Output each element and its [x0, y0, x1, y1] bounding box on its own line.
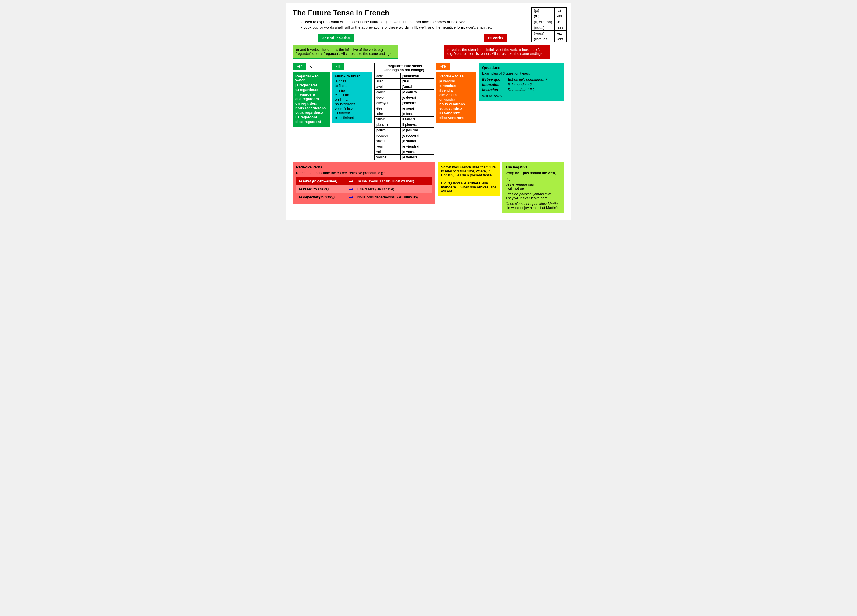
- er-rows: je regarderaitu regarderasil regarderael…: [295, 83, 327, 124]
- irregular-table: Irregular future stems (endings do not c…: [374, 63, 434, 160]
- er-verb-row: elle regardera: [295, 97, 327, 101]
- reflexive-translation: Je me laverai (I shall/will get washed): [355, 177, 432, 185]
- negative-example: Ils ne s'amusera pas chez Martin.He won'…: [506, 202, 561, 210]
- question-row: IntonationIl demandera ?: [482, 83, 561, 87]
- page: (je)-ai(tu)-as(il, elle, on)-a(nous)-ons…: [286, 3, 571, 219]
- re-verb-row: elle vendra: [439, 93, 473, 97]
- negative-italic: Ils ne s'amusera pas chez Martin.: [506, 202, 559, 206]
- re-rows: je vendraitu vendrasil vendraelle vendra…: [439, 79, 473, 120]
- ir-table: Finir – to finish je finiraitu finirasil…: [332, 72, 372, 123]
- questions-note: Will he ask ?: [482, 94, 561, 98]
- question-row: Est-ce queEst-ce qu'il demandera ?: [482, 78, 561, 82]
- re-verb-row: vous vendrez: [439, 107, 473, 111]
- re-table: Vendre – to sell je vendraitu vendrasil …: [436, 72, 476, 123]
- question-example: Il demandera ?: [508, 83, 532, 87]
- er-column: -er ↘ Regarder – to watch je regarderait…: [292, 63, 329, 127]
- reflexive-verb: se laver (to get washed): [296, 177, 347, 185]
- reflexive-verb: se raser (to shave): [296, 185, 347, 193]
- ir-rows: je finiraitu finirasil finiraelle finira…: [335, 79, 369, 120]
- questions-subtitle: Examples of 3 question types:: [482, 71, 561, 76]
- re-header: re verbs: [484, 34, 507, 42]
- yellow-eg: E.g. 'Quand elle arrivera, elle mangera'…: [441, 181, 497, 193]
- er-verb-row: ils regardont: [295, 115, 327, 119]
- reflexive-desc: Remember to include the correct reflexiv…: [296, 171, 432, 175]
- re-column: -re Vendre – to sell je vendraitu vendra…: [436, 63, 476, 123]
- question-row: InversionDemandera-t-il ?: [482, 88, 561, 92]
- reflexive-translation: Il se rasera (He'll shave): [355, 185, 432, 193]
- re-verb-row: ils vendront: [439, 111, 473, 115]
- reflexive-sub-table: se laver (to get washed)➡Je me laverai (…: [296, 177, 432, 201]
- negative-desc: Wrap ne…pas around the verb,: [506, 171, 561, 175]
- ir-verb-row: je finirai: [335, 79, 369, 83]
- ir-verb-row: elle finira: [335, 93, 369, 97]
- er-ir-section: er and ir verbs er and ir verbs: the ste…: [292, 34, 404, 61]
- endings-table: (je)-ai(tu)-as(il, elle, on)-a(nous)-ons…: [531, 8, 567, 42]
- reflexive-row: se raser (to shave)➡Il se rasera (He'll …: [296, 185, 432, 193]
- questions-rows: Est-ce queEst-ce qu'il demandera ?Intona…: [482, 78, 561, 92]
- reflexive-verb: se dépêcher (to hurry): [296, 193, 347, 201]
- ir-verb-row: tu finiras: [335, 84, 369, 88]
- negative-eg: e.g.: [506, 177, 561, 181]
- er-ir-desc: er and ir verbs: the stem is the infinit…: [292, 45, 398, 59]
- reflexive-title: Reflexive verbs: [296, 165, 432, 169]
- negative-box: The negative Wrap ne…pas around the verb…: [502, 162, 565, 213]
- middle-row: -er ↘ Regarder – to watch je regarderait…: [292, 63, 565, 160]
- ir-verb-row: elles finiront: [335, 116, 369, 120]
- reflexive-arrow: ➡: [347, 185, 355, 193]
- er-table: Regarder – to watch je regarderaitu rega…: [292, 72, 329, 127]
- er-verb-row: il regardera: [295, 93, 327, 96]
- negative-bold: never: [520, 196, 530, 200]
- ir-verb-row: il finira: [335, 88, 369, 93]
- er-verb-row: tu regarderas: [295, 88, 327, 92]
- negative-title: The negative: [506, 165, 561, 169]
- er-verb-row: on regardera: [295, 102, 327, 106]
- irreg-tbody: acheterj'achèteraiallerj'iraiavoirj'aura…: [374, 73, 434, 160]
- reflexive-box: Reflexive verbs Remember to include the …: [292, 162, 435, 204]
- bullets-list: Used to express what will happen in the …: [298, 20, 565, 29]
- yellow-bold1: arrivera: [467, 181, 481, 185]
- bullet-item: Used to express what will happen in the …: [298, 20, 565, 24]
- er-verb-row: nous regarderons: [295, 106, 327, 110]
- yellow-bold2: mangera: [441, 185, 456, 189]
- yellow-text1: Sometimes French uses the future to refe…: [441, 165, 496, 177]
- irreg-header2: (endings do not change): [384, 68, 424, 72]
- questions-title: Questions: [482, 65, 561, 69]
- re-verb-title: Vendre – to sell: [439, 74, 473, 78]
- reflexive-row: se dépêcher (to hurry)➡Nous nous dépêche…: [296, 193, 432, 201]
- er-badge: -er: [292, 63, 306, 69]
- er-verb-title: Regarder – to watch: [295, 74, 327, 82]
- re-badge: -re: [436, 63, 450, 69]
- reflexive-arrow: ➡: [347, 193, 355, 201]
- question-type: Est-ce que: [482, 78, 505, 82]
- re-verb-row: je vendrai: [439, 79, 473, 83]
- irregular-column: Irregular future stems (endings do not c…: [374, 63, 434, 160]
- negative-example: Elles ne partiront jamais d'ici.They wil…: [506, 192, 561, 200]
- ir-verb-row: nous finirons: [335, 102, 369, 106]
- negative-content: Wrap ne…pas around the verb,e.g.Je ne ve…: [506, 171, 561, 210]
- question-example: Demandera-t-il ?: [508, 88, 534, 92]
- reflexive-arrow: ➡: [347, 177, 355, 185]
- question-example: Est-ce qu'il demandera ?: [508, 78, 547, 82]
- reflexive-row: se laver (to get washed)➡Je me laverai (…: [296, 177, 432, 185]
- ir-column: -ir Finir – to finish je finiraitu finir…: [332, 63, 372, 123]
- bullet-item: Look out for words shall, will or the ab…: [298, 25, 565, 29]
- negative-bold: not: [514, 187, 519, 190]
- yellow-content: Sometimes French uses the future to refe…: [441, 165, 497, 193]
- ir-verb-row: ils finiront: [335, 111, 369, 115]
- re-verb-row: il vendra: [439, 88, 473, 93]
- ir-verb-row: on finira: [335, 97, 369, 102]
- questions-column: Questions Examples of 3 question types: …: [479, 63, 565, 101]
- re-verb-row: elles vendront: [439, 116, 473, 120]
- er-verb-row: je regarderai: [295, 83, 327, 87]
- irreg-header1: Irregular future stems: [387, 64, 422, 68]
- negative-italic: Je ne vendrai pas.: [506, 182, 535, 187]
- bottom-row: Reflexive verbs Remember to include the …: [292, 162, 565, 213]
- er-verb-row: elles regardont: [295, 120, 327, 124]
- yellow-box: Sometimes French uses the future to refe…: [438, 162, 500, 196]
- page-title: The Future Tense in French: [292, 9, 565, 17]
- negative-example: Je ne vendrai pas.I will not sell.: [506, 182, 561, 190]
- ir-verb-title: Finir – to finish: [335, 74, 369, 78]
- reflexive-translation: Nous nous dépêcherons (we'll hurry up): [355, 193, 432, 201]
- ir-verb-row: vous finirez: [335, 107, 369, 111]
- re-verb-row: on vendra: [439, 97, 473, 102]
